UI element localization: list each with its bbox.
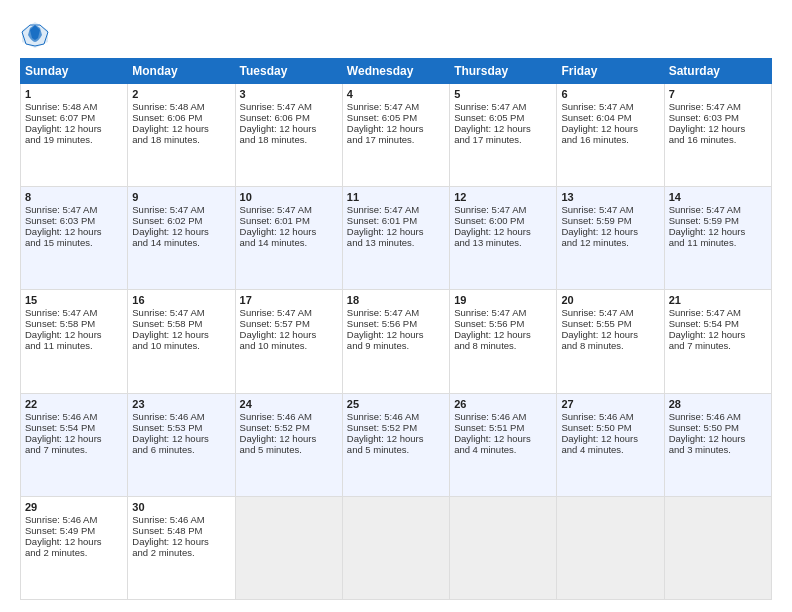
day-info-line: Sunrise: 5:47 AM	[240, 204, 338, 215]
day-number: 23	[132, 398, 230, 410]
day-info-line: Daylight: 12 hours	[561, 123, 659, 134]
day-number: 13	[561, 191, 659, 203]
day-number: 9	[132, 191, 230, 203]
day-number: 6	[561, 88, 659, 100]
day-info-line: and 13 minutes.	[347, 237, 445, 248]
day-info-line: Daylight: 12 hours	[240, 123, 338, 134]
day-info-line: and 11 minutes.	[25, 340, 123, 351]
day-info-line: Daylight: 12 hours	[25, 536, 123, 547]
calendar-cell: 2Sunrise: 5:48 AMSunset: 6:06 PMDaylight…	[128, 84, 235, 187]
weekday-header: Saturday	[664, 59, 771, 84]
day-number: 3	[240, 88, 338, 100]
day-info-line: Sunset: 5:51 PM	[454, 422, 552, 433]
day-info-line: Sunset: 6:06 PM	[240, 112, 338, 123]
day-info-line: and 19 minutes.	[25, 134, 123, 145]
day-info-line: Daylight: 12 hours	[25, 433, 123, 444]
calendar-cell	[664, 496, 771, 599]
day-number: 22	[25, 398, 123, 410]
calendar-cell	[450, 496, 557, 599]
day-info-line: Sunrise: 5:47 AM	[454, 204, 552, 215]
day-info-line: Sunrise: 5:47 AM	[347, 204, 445, 215]
calendar-week-row: 15Sunrise: 5:47 AMSunset: 5:58 PMDayligh…	[21, 290, 772, 393]
calendar-cell: 7Sunrise: 5:47 AMSunset: 6:03 PMDaylight…	[664, 84, 771, 187]
calendar-cell: 13Sunrise: 5:47 AMSunset: 5:59 PMDayligh…	[557, 187, 664, 290]
day-info-line: Sunset: 5:54 PM	[669, 318, 767, 329]
calendar-cell: 16Sunrise: 5:47 AMSunset: 5:58 PMDayligh…	[128, 290, 235, 393]
calendar-table: SundayMondayTuesdayWednesdayThursdayFrid…	[20, 58, 772, 600]
calendar-cell: 4Sunrise: 5:47 AMSunset: 6:05 PMDaylight…	[342, 84, 449, 187]
day-info-line: and 18 minutes.	[240, 134, 338, 145]
day-info-line: Sunset: 6:04 PM	[561, 112, 659, 123]
calendar-cell: 5Sunrise: 5:47 AMSunset: 6:05 PMDaylight…	[450, 84, 557, 187]
day-info-line: Sunrise: 5:47 AM	[561, 307, 659, 318]
day-number: 10	[240, 191, 338, 203]
calendar-cell: 20Sunrise: 5:47 AMSunset: 5:55 PMDayligh…	[557, 290, 664, 393]
calendar-week-row: 1Sunrise: 5:48 AMSunset: 6:07 PMDaylight…	[21, 84, 772, 187]
day-info-line: and 4 minutes.	[561, 444, 659, 455]
day-info-line: Sunset: 5:54 PM	[25, 422, 123, 433]
day-info-line: Sunrise: 5:48 AM	[132, 101, 230, 112]
day-info-line: Sunrise: 5:47 AM	[25, 307, 123, 318]
day-info-line: Sunrise: 5:47 AM	[240, 101, 338, 112]
day-info-line: Sunset: 6:01 PM	[240, 215, 338, 226]
day-info-line: Sunset: 5:50 PM	[669, 422, 767, 433]
day-info-line: Sunrise: 5:46 AM	[454, 411, 552, 422]
day-info-line: Sunset: 5:55 PM	[561, 318, 659, 329]
calendar-cell: 3Sunrise: 5:47 AMSunset: 6:06 PMDaylight…	[235, 84, 342, 187]
day-info-line: Daylight: 12 hours	[25, 226, 123, 237]
day-info-line: and 6 minutes.	[132, 444, 230, 455]
day-info-line: and 8 minutes.	[454, 340, 552, 351]
day-info-line: Daylight: 12 hours	[561, 226, 659, 237]
calendar-cell: 18Sunrise: 5:47 AMSunset: 5:56 PMDayligh…	[342, 290, 449, 393]
day-number: 7	[669, 88, 767, 100]
day-info-line: Sunrise: 5:46 AM	[561, 411, 659, 422]
calendar-cell: 28Sunrise: 5:46 AMSunset: 5:50 PMDayligh…	[664, 393, 771, 496]
day-info-line: Sunset: 5:53 PM	[132, 422, 230, 433]
weekday-header: Wednesday	[342, 59, 449, 84]
day-info-line: Daylight: 12 hours	[561, 329, 659, 340]
day-info-line: Sunset: 5:52 PM	[240, 422, 338, 433]
day-info-line: and 17 minutes.	[454, 134, 552, 145]
day-info-line: Sunrise: 5:47 AM	[132, 307, 230, 318]
day-info-line: Sunrise: 5:47 AM	[454, 101, 552, 112]
day-info-line: Sunset: 6:01 PM	[347, 215, 445, 226]
day-info-line: Sunrise: 5:47 AM	[669, 307, 767, 318]
day-info-line: Sunrise: 5:46 AM	[25, 514, 123, 525]
day-info-line: Sunset: 6:05 PM	[347, 112, 445, 123]
day-info-line: Sunrise: 5:47 AM	[561, 101, 659, 112]
calendar-week-row: 22Sunrise: 5:46 AMSunset: 5:54 PMDayligh…	[21, 393, 772, 496]
day-info-line: and 3 minutes.	[669, 444, 767, 455]
day-number: 18	[347, 294, 445, 306]
day-info-line: Sunset: 5:48 PM	[132, 525, 230, 536]
logo	[20, 20, 54, 50]
day-info-line: Daylight: 12 hours	[347, 123, 445, 134]
calendar-header: SundayMondayTuesdayWednesdayThursdayFrid…	[21, 59, 772, 84]
day-info-line: Sunset: 5:49 PM	[25, 525, 123, 536]
logo-icon	[20, 20, 50, 50]
day-info-line: Sunrise: 5:47 AM	[132, 204, 230, 215]
day-number: 25	[347, 398, 445, 410]
day-info-line: Sunset: 5:57 PM	[240, 318, 338, 329]
day-number: 12	[454, 191, 552, 203]
weekday-header: Thursday	[450, 59, 557, 84]
day-number: 28	[669, 398, 767, 410]
calendar-cell: 9Sunrise: 5:47 AMSunset: 6:02 PMDaylight…	[128, 187, 235, 290]
day-info-line: Daylight: 12 hours	[132, 123, 230, 134]
calendar-cell: 29Sunrise: 5:46 AMSunset: 5:49 PMDayligh…	[21, 496, 128, 599]
day-info-line: Daylight: 12 hours	[347, 329, 445, 340]
day-info-line: and 10 minutes.	[132, 340, 230, 351]
day-info-line: Daylight: 12 hours	[454, 226, 552, 237]
day-info-line: Sunset: 5:56 PM	[454, 318, 552, 329]
calendar-cell: 27Sunrise: 5:46 AMSunset: 5:50 PMDayligh…	[557, 393, 664, 496]
day-info-line: and 2 minutes.	[25, 547, 123, 558]
day-info-line: Daylight: 12 hours	[240, 226, 338, 237]
calendar-cell: 24Sunrise: 5:46 AMSunset: 5:52 PMDayligh…	[235, 393, 342, 496]
day-info-line: Sunset: 6:02 PM	[132, 215, 230, 226]
day-info-line: Sunset: 5:50 PM	[561, 422, 659, 433]
calendar-cell: 25Sunrise: 5:46 AMSunset: 5:52 PMDayligh…	[342, 393, 449, 496]
day-info-line: and 15 minutes.	[25, 237, 123, 248]
day-info-line: Sunset: 6:00 PM	[454, 215, 552, 226]
day-info-line: Sunset: 5:59 PM	[561, 215, 659, 226]
day-info-line: Daylight: 12 hours	[240, 433, 338, 444]
day-number: 8	[25, 191, 123, 203]
